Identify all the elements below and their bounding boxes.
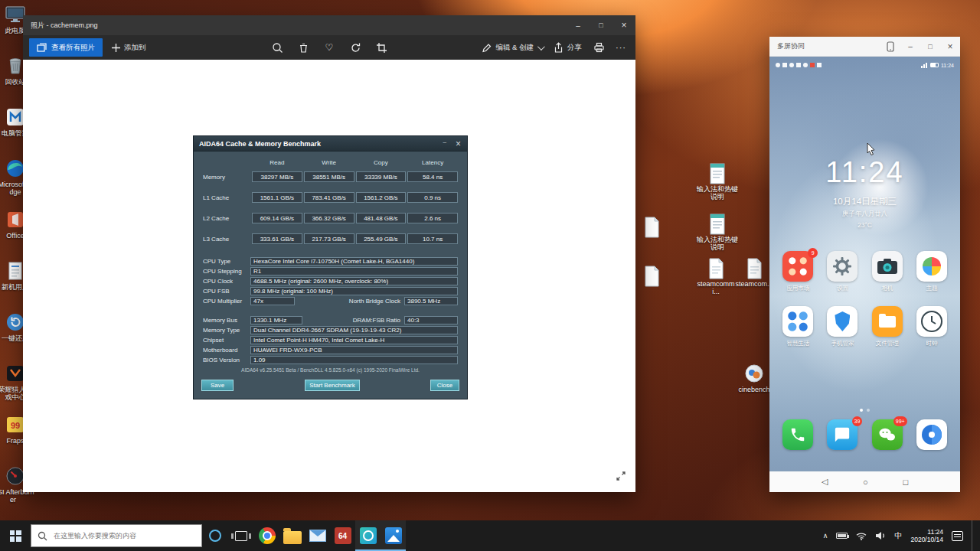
- app-market[interactable]: 9 应用市场: [776, 251, 820, 292]
- fullscreen-expand-icon[interactable]: [616, 471, 626, 484]
- taskbar-clock[interactable]: 11:24 2020/10/14: [910, 528, 943, 543]
- app-file-manager[interactable]: 文件管理: [865, 306, 910, 347]
- toolbar-right-group: 编辑 & 创建 分享 ···: [482, 41, 635, 54]
- maximize-button[interactable]: [590, 15, 612, 35]
- taskbar-app-explorer[interactable]: [279, 520, 305, 551]
- info-row-cpu-type: CPU Type HexaCore Intel Core i7-10750H (…: [203, 257, 458, 266]
- bench-value: 38297 MB/s: [252, 171, 302, 182]
- minimize-button[interactable]: [900, 37, 920, 56]
- bench-header-row: Read Write Copy Latency: [203, 159, 458, 166]
- taskbar-app-mail[interactable]: [305, 520, 330, 551]
- app-phone-guard[interactable]: 手机管家: [820, 306, 864, 347]
- start-button[interactable]: [0, 520, 31, 551]
- save-button: Save: [201, 380, 234, 391]
- phone-status-bar: 11:24: [776, 61, 954, 69]
- phone-mode-icon[interactable]: [880, 37, 900, 56]
- status-right-cluster: 11:24: [921, 61, 954, 69]
- mail-icon: [309, 530, 326, 542]
- cortana-button[interactable]: [202, 520, 228, 551]
- dock-messages[interactable]: 39: [820, 419, 864, 450]
- favorite-icon[interactable]: ♡: [323, 41, 335, 54]
- info-value: HexaCore Intel Core i7-10750H (Comet Lak…: [250, 257, 458, 266]
- maximize-button[interactable]: [920, 37, 940, 56]
- taskbar-app-aida64[interactable]: 64: [330, 520, 355, 551]
- app-settings[interactable]: 设置: [820, 251, 864, 292]
- app-smart-life[interactable]: 智慧生活: [776, 306, 820, 347]
- photos-content-area: AIDA64 Cache & Memory Benchmark Read Wri…: [23, 60, 635, 492]
- volume-icon[interactable]: [875, 531, 886, 540]
- delete-icon[interactable]: [297, 41, 309, 54]
- hidden-icons-chevron[interactable]: ∧: [823, 532, 828, 540]
- windows-logo-icon: [10, 530, 21, 542]
- info-row-chipset: Chipset Intel Comet Point-H HM470, Intel…: [203, 336, 458, 344]
- phone-window-titlebar[interactable]: 多屏协同: [769, 37, 960, 57]
- page-indicator: [769, 409, 960, 412]
- photos-window-title: 照片 - cachemem.png: [23, 21, 567, 31]
- minimize-button[interactable]: [567, 15, 590, 35]
- phone-date: 10月14日星期三: [769, 196, 960, 207]
- window-controls: [567, 15, 635, 35]
- taskbar-app-pc-manager[interactable]: [355, 520, 381, 551]
- notification-icon: [817, 63, 822, 67]
- close-button[interactable]: [940, 37, 960, 56]
- app-camera[interactable]: 相机: [865, 251, 910, 292]
- pc-manager-icon: [360, 527, 377, 544]
- taskbar-search[interactable]: [31, 524, 202, 547]
- dock-phone[interactable]: [776, 419, 820, 450]
- view-all-label: 查看所有照片: [51, 43, 95, 53]
- messages-icon: 39: [827, 419, 858, 450]
- phone-call-icon: [782, 419, 813, 450]
- dock-browser[interactable]: [910, 419, 954, 450]
- search-input[interactable]: [52, 531, 195, 540]
- action-center-button[interactable]: [952, 531, 963, 541]
- bench-value: 10.7 ns: [407, 233, 458, 244]
- more-options-button[interactable]: ···: [616, 43, 626, 52]
- nav-home-icon[interactable]: [863, 478, 868, 487]
- bench-value: 1561.1 GB/s: [252, 192, 302, 203]
- row-label: L3 Cache: [203, 236, 250, 243]
- nav-back-icon[interactable]: [822, 477, 828, 487]
- info-value: 1330.1 MHz: [250, 316, 302, 324]
- file-icon: [642, 265, 662, 288]
- print-icon[interactable]: [593, 41, 605, 54]
- aida64-version-footer: AIDA64 v6.25.5451 Beta / BenchDLL 4.5.82…: [194, 367, 467, 373]
- battery-icon[interactable]: [836, 533, 848, 539]
- folder-icon: [872, 306, 903, 337]
- taskbar-app-chrome[interactable]: [254, 520, 279, 551]
- info-value: 1.09: [250, 356, 458, 364]
- dock-wechat[interactable]: 99+: [865, 419, 910, 450]
- show-desktop-button[interactable]: [972, 520, 975, 551]
- desktop-icon-partial-2[interactable]: [629, 265, 674, 288]
- notification-icon: [810, 63, 815, 67]
- desktop-icon-txt-1[interactable]: 输入法和热键说明: [695, 162, 740, 201]
- zoom-icon[interactable]: [271, 41, 283, 54]
- taskbar-time: 11:24: [910, 528, 943, 536]
- task-view-button[interactable]: [228, 520, 254, 551]
- input-method-indicator[interactable]: 中: [894, 530, 902, 541]
- wifi-icon[interactable]: [856, 532, 867, 540]
- add-to-button[interactable]: 添加到: [112, 43, 146, 53]
- search-icon: [38, 531, 47, 541]
- close-button[interactable]: [612, 15, 635, 35]
- photos-toolbar: 查看所有照片 添加到 ♡ 编辑 & 创建: [23, 35, 635, 60]
- bench-row-memory: Memory 38297 MB/s 38551 MB/s 33339 MB/s …: [203, 171, 458, 182]
- app-themes[interactable]: 主题: [910, 251, 954, 292]
- share-button[interactable]: 分享: [554, 42, 582, 53]
- bench-value: 33339 MB/s: [356, 171, 407, 182]
- crop-icon[interactable]: [375, 41, 387, 54]
- bench-value: 58.4 ns: [407, 171, 458, 182]
- column-header: Write: [304, 159, 354, 166]
- view-all-photos-button[interactable]: 查看所有照片: [29, 38, 103, 57]
- badge: 39: [852, 416, 863, 426]
- smart-life-icon: [782, 306, 813, 337]
- desktop-icon-txt-2[interactable]: 输入法和热键说明: [695, 213, 740, 251]
- aida64-benchmark-window: AIDA64 Cache & Memory Benchmark Read Wri…: [193, 135, 468, 399]
- edit-create-button[interactable]: 编辑 & 创建: [482, 43, 543, 53]
- rotate-icon[interactable]: [349, 41, 361, 54]
- desktop-icon-partial-1[interactable]: [629, 216, 674, 239]
- share-icon: [554, 42, 564, 53]
- nav-recent-icon[interactable]: [903, 478, 908, 487]
- taskbar-app-photos[interactable]: [381, 520, 406, 551]
- app-clock[interactable]: 时钟: [910, 306, 954, 347]
- photos-titlebar[interactable]: 照片 - cachemem.png: [23, 15, 635, 35]
